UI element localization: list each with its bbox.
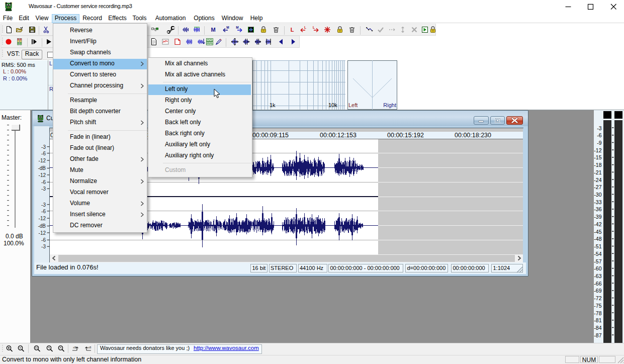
svg-text:x8: x8 [73, 346, 76, 349]
svg-text:x8: x8 [88, 346, 92, 349]
